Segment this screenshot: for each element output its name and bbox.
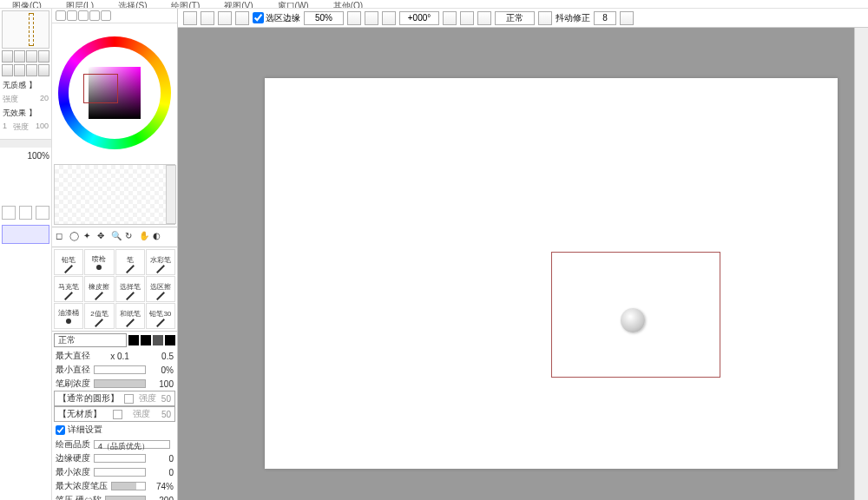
navigator-thumbnail[interactable] <box>2 10 49 49</box>
menu-item[interactable]: 绘图(T) <box>168 0 203 8</box>
zoom-fit-icon[interactable] <box>382 11 396 25</box>
effect-label: 无效果 】 <box>0 106 51 121</box>
selection-edge-toggle[interactable]: 选区边缘 <box>253 12 300 24</box>
blend-mode-select[interactable]: 正常 <box>54 333 127 347</box>
nav-btn[interactable] <box>2 50 13 62</box>
palette-tab-icon[interactable] <box>89 10 100 21</box>
edge-slider[interactable] <box>94 454 146 463</box>
blend-mode-row: 正常 <box>52 331 177 349</box>
max-size-val[interactable]: 0.5 <box>149 352 174 361</box>
color-picker-icon[interactable]: ◐ <box>153 231 165 243</box>
brush-bucket[interactable]: 油漆桶 <box>54 303 83 329</box>
tool-properties-panel: ◻ ◯ ✦ ✥ 🔍 ↻ ✋ ◐ 铅笔 喷枪 笔 水彩笔 马克笔 橡皮擦 选择笔 … <box>52 9 178 500</box>
nav-btn[interactable] <box>26 50 37 62</box>
stroke-preview-icon <box>141 335 151 345</box>
zoom-in-icon[interactable] <box>365 11 378 25</box>
scratchpad-tab-icon[interactable] <box>101 10 111 21</box>
density-label: 笔刷浓度 <box>56 378 90 390</box>
texture-label: 无质感 】 <box>0 78 51 93</box>
wand-icon[interactable]: ✦ <box>83 231 95 243</box>
hsv-tab-icon[interactable] <box>78 10 89 21</box>
dropdown-icon[interactable] <box>113 410 122 419</box>
strength-label: 强度 <box>3 94 18 105</box>
menu-item[interactable]: 窗口(W) <box>274 0 312 8</box>
move-icon[interactable]: ✥ <box>97 231 109 243</box>
texture-section[interactable]: 【无材质】强度50 <box>54 406 175 422</box>
rgb-tab-icon[interactable] <box>67 10 77 21</box>
menu-item[interactable]: 其他(O) <box>330 0 366 8</box>
press-hard-label: 笔压 硬⇔软 <box>56 494 102 500</box>
sv-square[interactable] <box>89 67 141 119</box>
tb-btn[interactable] <box>218 11 232 25</box>
tool-icon[interactable] <box>19 206 33 220</box>
color-wheel[interactable] <box>52 23 177 162</box>
swatch-panel[interactable] <box>54 164 175 225</box>
min-size-slider[interactable] <box>94 365 146 374</box>
brush-airbrush[interactable]: 喷枪 <box>84 249 114 275</box>
density-slider[interactable] <box>94 379 146 388</box>
zoom-field[interactable]: 50% <box>304 11 344 25</box>
blend-mode-field[interactable]: 正常 <box>495 11 535 25</box>
dropdown-icon[interactable] <box>620 11 634 25</box>
dropdown-icon[interactable] <box>538 11 552 25</box>
brush-paper[interactable]: 和纸笔 <box>115 303 145 329</box>
max-dens-press-slider[interactable] <box>111 482 146 490</box>
slider-track[interactable] <box>0 139 51 148</box>
menu-item[interactable]: 图层(L) <box>62 0 97 8</box>
colorwheel-tab-icon[interactable] <box>56 10 66 21</box>
press-hard-slider[interactable] <box>105 496 146 500</box>
tool-icon[interactable] <box>2 206 16 220</box>
tb-btn[interactable] <box>235 11 249 25</box>
menu-bar[interactable]: 图像(C) 图层(L) 选择(S) 绘图(T) 视图(V) 窗口(W) 其他(O… <box>0 0 868 9</box>
menu-item[interactable]: 选择(S) <box>115 0 150 8</box>
nav-btn[interactable] <box>2 64 13 76</box>
nav-btn[interactable] <box>14 64 25 76</box>
effect-value: 100 <box>36 122 49 133</box>
angle-field[interactable]: +000° <box>399 11 439 25</box>
brush-binary[interactable]: 2值笔 <box>84 303 114 329</box>
tb-btn[interactable] <box>201 11 214 25</box>
rotate-ccw-icon[interactable] <box>443 11 457 25</box>
zoom-icon[interactable]: 🔍 <box>111 231 123 243</box>
dropdown-icon[interactable] <box>124 394 134 404</box>
tb-btn[interactable] <box>183 11 197 25</box>
marquee-icon[interactable]: ◻ <box>56 231 68 243</box>
menu-item[interactable]: 图像(C) <box>9 0 45 8</box>
rotate-cw-icon[interactable] <box>460 11 474 25</box>
brush-watercolor[interactable]: 水彩笔 <box>146 249 175 275</box>
texture-value: 20 <box>40 94 49 105</box>
color-selection-mark <box>83 74 118 103</box>
rotate-reset-icon[interactable] <box>477 11 491 25</box>
tool-icon[interactable] <box>36 206 49 220</box>
hand-icon[interactable]: ✋ <box>139 231 151 243</box>
nav-btn[interactable] <box>14 50 25 62</box>
brush-pencil30[interactable]: 铅笔30 <box>146 303 175 329</box>
detail-settings-checkbox[interactable] <box>56 425 65 435</box>
vertical-scrollbar[interactable] <box>854 28 868 500</box>
nav-btn[interactable] <box>38 50 49 62</box>
nav-btn[interactable] <box>38 64 49 76</box>
lasso-icon[interactable]: ◯ <box>69 231 82 243</box>
layer-thumbnail-selected[interactable] <box>2 225 49 244</box>
brush-eraser[interactable]: 橡皮擦 <box>84 276 114 302</box>
rotate-icon[interactable]: ↻ <box>125 231 137 243</box>
max-dens-press-label: 最大浓度笔压 <box>56 480 108 492</box>
canvas-toolbar: 选区边缘 50% +000° 正常 抖动修正 8 <box>178 9 868 28</box>
brush-brush[interactable]: 笔 <box>115 249 145 275</box>
brush-pencil[interactable]: 铅笔 <box>54 249 83 275</box>
brush-marker[interactable]: 马克笔 <box>54 276 83 302</box>
stabilizer-field[interactable]: 8 <box>594 11 616 25</box>
nav-btn[interactable] <box>26 64 37 76</box>
brush-selpen[interactable]: 选择笔 <box>115 276 145 302</box>
stroke-preview-icon <box>153 335 163 345</box>
zoom-out-icon[interactable] <box>347 11 361 25</box>
menu-item[interactable]: 视图(V) <box>220 0 256 8</box>
min-dens-slider[interactable] <box>94 468 146 477</box>
brush-selerase[interactable]: 选区擦 <box>146 276 175 302</box>
min-dens-val: 0 <box>149 468 174 477</box>
strength-label: 强度 <box>13 122 29 133</box>
max-dens-press-val: 74% <box>149 482 174 491</box>
scrollbar[interactable] <box>166 165 176 224</box>
quality-select[interactable]: 4（品质优先） <box>94 440 170 449</box>
shape-section[interactable]: 【通常的圆形】强度50 <box>54 391 175 406</box>
